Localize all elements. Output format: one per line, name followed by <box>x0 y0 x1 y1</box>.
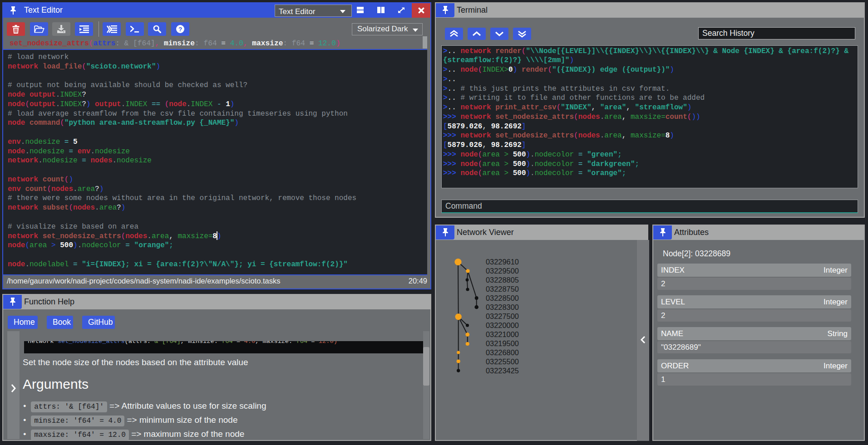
svg-text:03228500: 03228500 <box>486 294 519 302</box>
svg-text:03220000: 03220000 <box>486 321 519 329</box>
svg-text:03225500: 03225500 <box>486 357 519 366</box>
svg-text:03229610: 03229610 <box>486 258 519 266</box>
svg-text:03223425: 03223425 <box>486 367 519 375</box>
svg-text:03226800: 03226800 <box>486 348 519 357</box>
svg-text:03228750: 03228750 <box>486 285 519 293</box>
svg-text:?: ? <box>178 26 182 33</box>
svg-text:03219500: 03219500 <box>486 339 519 347</box>
svg-text:03229500: 03229500 <box>486 267 519 275</box>
svg-text:03228300: 03228300 <box>486 303 519 311</box>
svg-text:03227500: 03227500 <box>486 312 519 320</box>
svg-text:03221000: 03221000 <box>486 330 519 338</box>
svg-text:03228805: 03228805 <box>486 276 519 284</box>
